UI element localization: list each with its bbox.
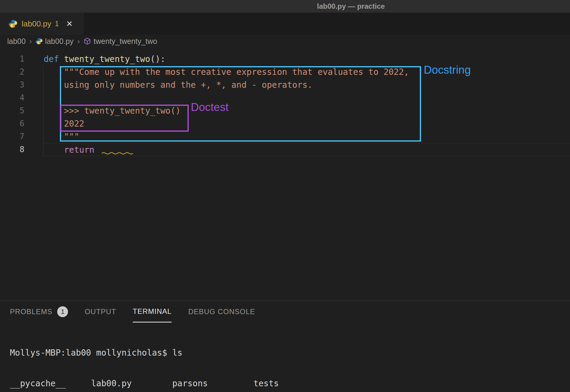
- docstring-text: using only numbers and the +, *, and - o…: [44, 80, 312, 90]
- tab-debug-console-label: DEBUG CONSOLE: [188, 308, 255, 316]
- code-text: 2022: [43, 117, 570, 130]
- line-number: 7: [0, 130, 43, 143]
- code-line-5: 5 >>> twenty_twenty_two(): [0, 104, 570, 117]
- window-title: lab00.py — practice: [317, 2, 385, 11]
- code-line-2: 2 """Come up with the most creative expr…: [0, 66, 570, 78]
- tab-lab00py[interactable]: lab00.py 1 ✕: [0, 13, 84, 35]
- docstring-text: """Come up with the most creative expres…: [44, 67, 409, 77]
- code-text: """Come up with the most creative expres…: [43, 66, 570, 78]
- code-line-8: 8 return: [0, 143, 570, 156]
- line-number: 6: [0, 117, 43, 130]
- code-line-7: 7 """: [0, 130, 570, 143]
- indent-guide: [43, 66, 43, 156]
- tab-terminal[interactable]: TERMINAL: [133, 301, 172, 323]
- tab-terminal-label: TERMINAL: [133, 307, 172, 316]
- chevron-right-icon: ›: [29, 37, 32, 46]
- terminal-line: Mollys-MBP:lab00 mollynicholas$ ls: [10, 348, 570, 358]
- problems-count-badge: 1: [57, 306, 68, 317]
- symbol-cube-icon: [83, 37, 91, 45]
- line-number: 8: [0, 143, 43, 156]
- tab-modified-count: 1: [55, 20, 59, 28]
- code-line-6: 6 2022: [0, 117, 570, 130]
- tab-debug-console[interactable]: DEBUG CONSOLE: [188, 301, 255, 323]
- code-text: return: [43, 143, 570, 156]
- line-number: 5: [0, 104, 43, 117]
- line-number: 3: [0, 78, 43, 91]
- keyword-return: return: [44, 145, 94, 155]
- doctest-prompt: >>> twenty_twenty_two(): [44, 106, 181, 116]
- tab-output[interactable]: OUTPUT: [85, 301, 116, 323]
- tab-label: lab00.py: [22, 19, 51, 29]
- breadcrumb-symbol[interactable]: twenty_twenty_two: [94, 37, 157, 46]
- doctest-annotation-label: Doctest: [191, 101, 228, 114]
- title-bar: lab00.py — practice: [0, 0, 570, 13]
- python-icon: [8, 19, 17, 28]
- docstring-annotation-label: Docstring: [424, 64, 471, 76]
- code-text: >>> twenty_twenty_two(): [43, 104, 570, 117]
- docstring-close: """: [44, 132, 79, 142]
- function-name: twenty_twenty_two: [59, 54, 150, 64]
- keyword-def: def: [44, 54, 59, 64]
- terminal-output[interactable]: Mollys-MBP:lab00 mollynicholas$ ls __pyc…: [0, 323, 570, 392]
- tab-problems[interactable]: PROBLEMS 1: [10, 301, 68, 323]
- punctuation: ():: [150, 54, 166, 64]
- chevron-right-icon: ›: [77, 37, 80, 46]
- line-number: 1: [0, 53, 43, 66]
- panel-tab-bar: PROBLEMS 1 OUTPUT TERMINAL DEBUG CONSOLE: [0, 301, 570, 323]
- vscode-window: lab00.py — practice lab00.py 1 ✕ lab00 ›…: [0, 0, 570, 392]
- warning-squiggle: [102, 145, 133, 158]
- line-number: 2: [0, 66, 43, 78]
- code-text: using only numbers and the +, *, and - o…: [43, 78, 570, 91]
- doctest-expected: 2022: [44, 119, 84, 129]
- code-line-1: 1 def twenty_twenty_two():: [0, 53, 570, 66]
- bottom-panel: PROBLEMS 1 OUTPUT TERMINAL DEBUG CONSOLE…: [0, 301, 570, 392]
- tab-output-label: OUTPUT: [85, 308, 116, 316]
- line-number: 4: [0, 91, 43, 104]
- python-icon: [36, 38, 43, 45]
- breadcrumb-folder[interactable]: lab00: [7, 37, 26, 46]
- code-text: def twenty_twenty_two():: [43, 53, 570, 66]
- code-editor[interactable]: 1 def twenty_twenty_two(): 2 """Come up …: [0, 47, 570, 301]
- breadcrumb-file[interactable]: lab00.py: [45, 37, 74, 46]
- code-text: [43, 91, 570, 104]
- terminal-line: __pycache__ lab00.py parsons tests: [10, 378, 570, 389]
- breadcrumb: lab00 › lab00.py › twenty_twenty_two: [0, 35, 570, 47]
- code-line-4: 4: [0, 91, 570, 104]
- code-text: """: [43, 130, 570, 143]
- code-line-3: 3 using only numbers and the +, *, and -…: [0, 78, 570, 91]
- close-icon[interactable]: ✕: [66, 19, 73, 29]
- tab-problems-label: PROBLEMS: [10, 308, 52, 316]
- editor-tab-bar: lab00.py 1 ✕: [0, 13, 570, 35]
